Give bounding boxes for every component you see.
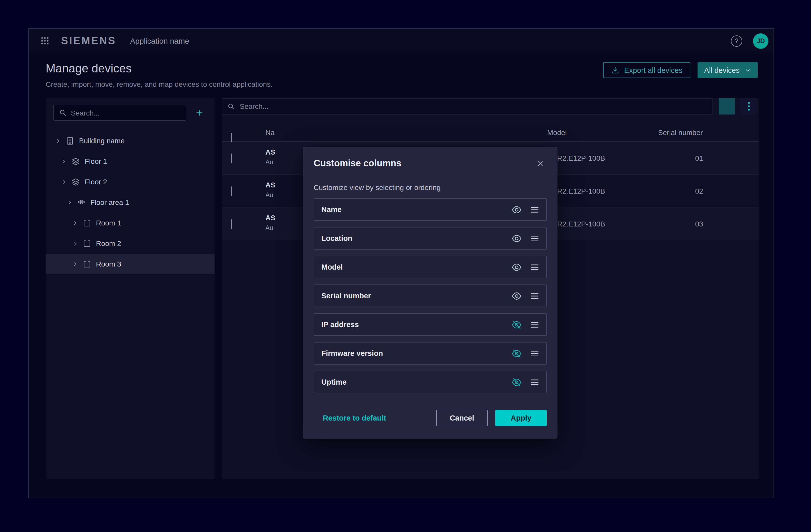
column-header-model: Model bbox=[547, 123, 567, 142]
device-name-cell: AS Au bbox=[265, 147, 275, 166]
column-item[interactable]: Firmware version bbox=[313, 342, 547, 365]
search-icon bbox=[59, 109, 67, 117]
cancel-button[interactable]: Cancel bbox=[436, 410, 488, 426]
chevron-right-icon[interactable] bbox=[72, 261, 78, 267]
drag-handle-icon[interactable] bbox=[530, 321, 539, 328]
column-item[interactable]: Name bbox=[313, 198, 547, 221]
column-item-label: Serial number bbox=[321, 292, 371, 300]
column-item-actions bbox=[511, 348, 539, 359]
drag-handle-icon[interactable] bbox=[530, 235, 539, 242]
chevron-right-icon[interactable] bbox=[61, 158, 67, 164]
tree-item[interactable]: Floor 1 bbox=[46, 151, 215, 171]
row-checkbox[interactable] bbox=[231, 220, 232, 229]
eye-icon bbox=[511, 262, 522, 272]
download-icon bbox=[611, 66, 619, 74]
chevron-right-icon[interactable] bbox=[67, 199, 72, 205]
visibility-off-button[interactable] bbox=[511, 348, 522, 359]
drag-handle-icon[interactable] bbox=[530, 264, 539, 270]
tree-item[interactable]: Room 2 bbox=[46, 233, 215, 254]
column-item[interactable]: Serial number bbox=[313, 285, 547, 307]
tree-item[interactable]: Floor 2 bbox=[46, 171, 215, 192]
help-button[interactable]: ? bbox=[731, 35, 742, 46]
page-subtitle: Create, import, move, remove, and map de… bbox=[46, 80, 273, 88]
eye-off-icon bbox=[511, 319, 522, 330]
drag-handle-icon[interactable] bbox=[530, 379, 539, 385]
dialog-description: Customize view by selecting or ordering bbox=[313, 183, 547, 192]
drag-handle-icon[interactable] bbox=[530, 292, 539, 299]
eye-icon bbox=[511, 290, 522, 301]
floor-area-icon bbox=[77, 198, 86, 207]
column-item-label: Model bbox=[321, 263, 343, 271]
sidebar-toolbar bbox=[46, 98, 215, 121]
sidebar-search-input[interactable] bbox=[71, 109, 181, 117]
column-item[interactable]: IP address bbox=[313, 313, 547, 336]
tree-item[interactable]: Room 3 bbox=[46, 254, 215, 274]
topbar-actions: ? JD bbox=[731, 33, 768, 48]
tree-item[interactable]: Floor area 1 bbox=[46, 192, 215, 213]
column-item-label: Name bbox=[321, 206, 341, 214]
device-search bbox=[222, 98, 713, 115]
add-location-button[interactable] bbox=[192, 105, 208, 121]
column-item-actions bbox=[511, 262, 539, 272]
grid-icon bbox=[41, 37, 49, 45]
chevron-right-icon[interactable] bbox=[61, 179, 67, 185]
chevron-right-icon[interactable] bbox=[72, 220, 78, 226]
scope-label: All devices bbox=[704, 66, 740, 74]
chevron-right-icon[interactable] bbox=[56, 138, 61, 143]
row-checkbox[interactable] bbox=[231, 154, 232, 163]
app-window: SIEMENS Application name ? JD Manage dev… bbox=[28, 28, 774, 498]
visibility-on-button[interactable] bbox=[511, 204, 522, 215]
close-icon bbox=[536, 159, 544, 167]
device-subtitle: Au bbox=[265, 224, 275, 232]
screen: SIEMENS Application name ? JD Manage dev… bbox=[0, 0, 811, 532]
tree-item-label: Room 2 bbox=[96, 239, 121, 247]
tree-item-label: Room 1 bbox=[96, 219, 121, 227]
row-checkbox[interactable] bbox=[231, 187, 232, 196]
tree-item[interactable]: Room 1 bbox=[46, 213, 215, 233]
column-item[interactable]: Uptime bbox=[313, 371, 547, 393]
chevron-down-icon bbox=[745, 67, 751, 73]
room-icon bbox=[83, 260, 91, 268]
device-search-input[interactable] bbox=[240, 102, 707, 110]
device-scope-dropdown[interactable]: All devices bbox=[697, 62, 758, 78]
tree-item[interactable]: Building name bbox=[46, 131, 215, 151]
export-label: Export all devices bbox=[624, 66, 683, 74]
device-serial-cell: 01 bbox=[658, 142, 740, 174]
customise-columns-dialog: Customise columns Customize view by sele… bbox=[303, 147, 557, 439]
column-list: Name bbox=[313, 198, 547, 393]
column-item[interactable]: Model bbox=[313, 256, 547, 278]
floor-icon bbox=[71, 178, 80, 186]
column-item-actions bbox=[511, 233, 539, 244]
apply-button[interactable]: Apply bbox=[495, 410, 547, 426]
column-item-actions bbox=[511, 290, 539, 301]
visibility-off-button[interactable] bbox=[511, 319, 522, 330]
eye-off-icon bbox=[511, 377, 522, 387]
close-button[interactable] bbox=[533, 157, 547, 170]
visibility-off-button[interactable] bbox=[511, 377, 522, 387]
app-launcher-button[interactable] bbox=[41, 37, 49, 45]
eye-icon bbox=[511, 233, 522, 244]
kebab-menu-icon bbox=[747, 102, 751, 111]
view-toggle-button[interactable] bbox=[719, 98, 735, 115]
dialog-title: Customise columns bbox=[313, 158, 401, 169]
visibility-on-button[interactable] bbox=[511, 290, 522, 301]
table-options-button[interactable] bbox=[740, 98, 758, 115]
visibility-on-button[interactable] bbox=[511, 233, 522, 244]
plus-icon bbox=[195, 108, 204, 117]
location-sidebar: Building name Floor 1 bbox=[46, 98, 215, 479]
visibility-on-button[interactable] bbox=[511, 262, 522, 272]
chevron-right-icon[interactable] bbox=[72, 241, 78, 246]
column-item-label: Location bbox=[321, 234, 352, 242]
drag-handle-icon[interactable] bbox=[530, 350, 539, 356]
building-icon bbox=[66, 136, 74, 145]
drag-handle-icon[interactable] bbox=[530, 206, 539, 213]
application-name: Application name bbox=[130, 36, 189, 45]
page-title: Manage devices bbox=[46, 62, 273, 75]
device-name-cell: AS Au bbox=[265, 213, 275, 232]
device-serial-cell: 02 bbox=[658, 174, 740, 208]
room-icon bbox=[83, 218, 91, 227]
export-all-devices-button[interactable]: Export all devices bbox=[603, 62, 690, 78]
column-item[interactable]: Location bbox=[313, 227, 547, 249]
restore-default-button[interactable]: Restore to default bbox=[323, 414, 386, 422]
avatar[interactable]: JD bbox=[753, 33, 768, 48]
